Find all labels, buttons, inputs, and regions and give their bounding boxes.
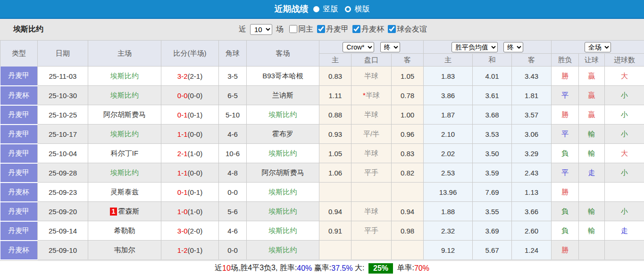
date-cell: 25-10-30: [38, 86, 88, 105]
match-date: 25-09-28: [49, 169, 77, 177]
home-team-link[interactable]: 阿尔胡斯费马: [103, 110, 146, 118]
checkbox-label[interactable]: 丹麦杯: [361, 25, 384, 33]
handicap-line: 半球: [364, 207, 378, 215]
away-team-link[interactable]: 阿尔胡斯费马: [262, 168, 304, 176]
avg-draw-odds: 5.67: [485, 246, 499, 254]
home-team-link[interactable]: 科尔丁IF: [111, 149, 138, 157]
checkbox-label[interactable]: 同主: [298, 25, 313, 33]
avg-time-select[interactable]: 终: [503, 42, 523, 52]
checkbox-球会友谊[interactable]: [388, 25, 396, 33]
home-team-link[interactable]: 埃斯比约: [110, 168, 139, 176]
layout-radio-竖版[interactable]: 竖版: [313, 4, 338, 14]
handicap-line: 平/半: [363, 130, 379, 138]
avg-type-select[interactable]: 胜平负均值: [452, 42, 498, 52]
avg-lose-odds: 1.81: [525, 92, 538, 100]
checkbox-label[interactable]: 球会友谊: [397, 25, 427, 33]
avg-lose-cell: 1.81: [512, 86, 552, 105]
home-team-link[interactable]: 埃斯比约: [110, 91, 139, 99]
league-type-cell: 丹麦甲: [0, 144, 38, 163]
league-type: 丹麦甲: [8, 207, 29, 215]
sub-header-7: 让球: [579, 54, 605, 67]
home-team-link[interactable]: 韦加尔: [114, 246, 135, 254]
league-type: 丹麦甲: [8, 130, 29, 138]
radio-selected-icon[interactable]: [313, 6, 319, 12]
checkbox-丹麦杯[interactable]: [352, 25, 360, 33]
wdl-result: 勝: [561, 72, 569, 80]
checkbox-丹麦甲[interactable]: [317, 25, 325, 33]
summary-segment: 10: [222, 264, 231, 273]
sub-header-1: 盘口: [351, 54, 392, 67]
handicap-time-select[interactable]: 终: [380, 42, 400, 52]
filter-checkbox-丹麦甲[interactable]: 丹麦甲: [313, 25, 349, 34]
avg-lose-cell: 3.06: [512, 125, 552, 144]
home-team-link[interactable]: 霍森斯: [118, 207, 139, 215]
away-team-link[interactable]: 埃斯比约: [269, 226, 297, 234]
away-team-link[interactable]: 兰讷斯: [272, 91, 293, 99]
avg-win-cell: 1.83: [424, 67, 473, 86]
corner-score: 6-5: [227, 92, 238, 100]
handicap-away-odds-cell: 0.96: [392, 125, 424, 144]
sub-header-2: 客: [392, 54, 424, 67]
away-team-cell: 埃斯比约: [247, 221, 319, 241]
home-team-link[interactable]: 埃斯比约: [110, 72, 139, 80]
radio-label[interactable]: 横版: [355, 4, 370, 14]
sub-header-0: 主: [319, 54, 351, 67]
halftime-score: (0-1): [188, 111, 203, 119]
home-team-cell: 埃斯比约: [88, 125, 161, 144]
layout-radio-横版[interactable]: 横版: [345, 4, 370, 14]
away-team-link[interactable]: 埃斯比约: [269, 188, 297, 196]
goals-result: 小: [621, 130, 628, 138]
radio-unselected-icon[interactable]: [345, 6, 351, 12]
corner-cell: 10-6: [219, 144, 247, 163]
away-team-link[interactable]: 埃斯比约: [269, 110, 297, 118]
home-team-cell: 阿尔胡斯费马: [88, 105, 161, 125]
radio-label[interactable]: 竖版: [323, 4, 338, 14]
wdl-result-cell: 平: [552, 125, 579, 144]
handicap-result: 輸: [588, 226, 595, 234]
away-team-link[interactable]: 埃斯比约: [269, 149, 297, 157]
checkbox-同主[interactable]: [289, 25, 297, 33]
handicap-result-cell: 贏: [579, 86, 605, 105]
corner-cell: 6-5: [219, 86, 247, 105]
fulltime-score: 1-1: [177, 130, 188, 138]
avg-win-cell: 2.32: [424, 221, 473, 241]
home-team-link[interactable]: 灵斯泰兹: [110, 188, 139, 196]
scope-dropdown: 全场: [552, 41, 644, 54]
filter-checkbox-同主[interactable]: 同主: [285, 25, 313, 34]
filter-checkboxes: 同主丹麦甲丹麦杯球会友谊: [285, 25, 427, 34]
summary-segment: 场,胜4平3负3,: [231, 263, 280, 273]
date-cell: 25-09-23: [38, 183, 88, 202]
handicap-dropdowns: Crow* 终: [319, 41, 424, 54]
away-team-link[interactable]: B93哥本哈根: [262, 72, 303, 80]
avg-draw-cell: 3.55: [473, 202, 512, 221]
home-team-link[interactable]: 希勒勒: [114, 226, 135, 234]
bookmaker-select[interactable]: Crow*: [343, 42, 374, 52]
handicap-home-odds: 1.05: [328, 150, 342, 158]
fulltime-score: 0-0: [177, 92, 188, 100]
filter-checkbox-丹麦杯[interactable]: 丹麦杯: [349, 25, 384, 34]
corner-cell: 5-6: [219, 202, 247, 221]
match-count-select[interactable]: 10: [250, 24, 272, 35]
handicap-line: 平手: [364, 168, 378, 176]
away-team-link[interactable]: 霍布罗: [272, 130, 293, 138]
header-date: 日期: [38, 41, 88, 67]
corner-score: 5-10: [226, 111, 240, 119]
away-team-link[interactable]: 埃斯比约: [269, 207, 297, 215]
wdl-result-cell: 勝: [552, 183, 579, 202]
home-team-link[interactable]: 埃斯比约: [110, 130, 139, 138]
filter-checkbox-球会友谊[interactable]: 球会友谊: [384, 25, 427, 34]
league-type-cell: 丹麦甲: [0, 125, 38, 144]
away-team-link[interactable]: 埃斯比约: [269, 246, 297, 254]
fulltime-score: 0-1: [177, 188, 188, 196]
table-row: 丹麦甲25-11-03埃斯比约3-2(2-1)3-5B93哥本哈根0.83半球1…: [0, 67, 644, 86]
scope-select[interactable]: 全场: [585, 42, 611, 52]
corner-score: 0-0: [227, 188, 238, 196]
checkbox-label[interactable]: 丹麦甲: [326, 25, 349, 33]
goals-result-cell: 大: [605, 67, 644, 86]
handicap-line-cell: 半球: [351, 144, 392, 163]
avg-win-odds: 1.83: [441, 72, 455, 80]
league-type: 丹麦甲: [8, 226, 29, 234]
avg-draw-cell: 7.69: [473, 183, 512, 202]
score-cell: 1-0(1-0): [161, 202, 219, 221]
avg-lose-odds: 3.29: [525, 150, 538, 158]
